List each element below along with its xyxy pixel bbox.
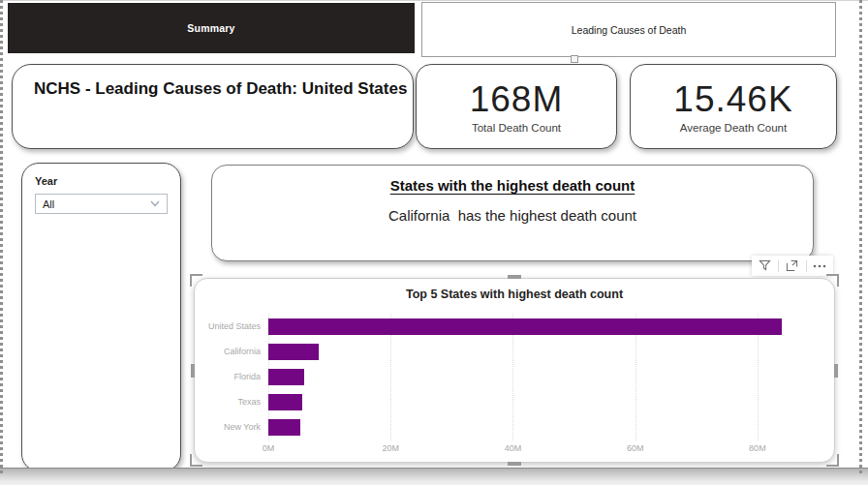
category-label: Florida bbox=[208, 372, 268, 381]
kpi-total-label: Total Death Count bbox=[472, 122, 561, 134]
selection-handle-bottom-right[interactable] bbox=[826, 454, 839, 467]
chart-row: Florida bbox=[208, 364, 819, 389]
selection-handle-top-right[interactable] bbox=[826, 274, 839, 287]
x-axis-tick-label: 20M bbox=[382, 443, 399, 453]
slicer-title: Year bbox=[35, 175, 168, 187]
selection-marquee-left bbox=[0, 0, 3, 476]
bar-chart-card[interactable]: Top 5 States with highest death count Un… bbox=[194, 278, 835, 463]
bar-track bbox=[268, 419, 819, 436]
more-options-icon[interactable] bbox=[811, 258, 828, 275]
chart-plot-area: United StatesCaliforniaFloridaTexasNew Y… bbox=[208, 314, 819, 459]
chart-title: Top 5 States with highest death count bbox=[195, 288, 834, 301]
kpi-total-death-count[interactable]: 168M Total Death Count bbox=[416, 64, 617, 149]
chart-row: United States bbox=[208, 314, 819, 339]
category-label: Texas bbox=[208, 397, 268, 407]
bar-track bbox=[268, 318, 819, 335]
chart-row: California bbox=[208, 339, 819, 364]
report-canvas: Summary Leading Causes of Death NCHS - L… bbox=[0, 0, 868, 485]
year-dropdown[interactable]: All bbox=[35, 194, 168, 214]
tab-leading-causes-of-death[interactable]: Leading Causes of Death bbox=[421, 2, 836, 57]
bar-track bbox=[268, 369, 819, 385]
tab-summary-label: Summary bbox=[187, 22, 234, 34]
toolbar-divider bbox=[778, 260, 779, 272]
bar-united-states[interactable] bbox=[268, 318, 782, 335]
bar-track bbox=[268, 394, 819, 410]
selection-handle-right-center[interactable] bbox=[834, 364, 838, 378]
tab-summary[interactable]: Summary bbox=[8, 3, 415, 53]
selection-handle-left-center[interactable] bbox=[191, 364, 195, 378]
insight-heading: States with the highest death count bbox=[212, 177, 813, 194]
tab-leading-causes-label: Leading Causes of Death bbox=[572, 24, 687, 36]
category-label: United States bbox=[208, 321, 268, 331]
selection-marquee-right bbox=[859, 0, 862, 476]
selection-handle-bottom-center[interactable] bbox=[508, 462, 521, 466]
bar-florida[interactable] bbox=[268, 369, 304, 385]
visual-options-toolbar bbox=[752, 256, 833, 276]
plot-rows: United StatesCaliforniaFloridaTexasNew Y… bbox=[208, 314, 819, 440]
chart-row: New York bbox=[208, 414, 819, 440]
kpi-average-label: Average Death Count bbox=[680, 122, 787, 134]
insight-body: California has the highest death count bbox=[212, 207, 813, 224]
selection-handle-top-center[interactable] bbox=[508, 275, 521, 279]
canvas-bottom-shadow bbox=[0, 468, 868, 485]
chevron-down-icon bbox=[150, 200, 160, 207]
tab-resize-handle[interactable] bbox=[571, 55, 578, 63]
category-label: California bbox=[208, 347, 268, 356]
focus-mode-icon[interactable] bbox=[784, 258, 801, 275]
selection-handle-bottom-left[interactable] bbox=[190, 454, 202, 467]
report-title-card[interactable]: NCHS - Leading Causes of Death: United S… bbox=[12, 64, 414, 149]
x-axis-tick-label: 0M bbox=[263, 443, 275, 453]
x-axis-tick-label: 40M bbox=[505, 443, 522, 453]
filter-icon[interactable] bbox=[757, 258, 774, 275]
x-axis-labels: 0M20M40M60M80M bbox=[268, 443, 819, 457]
selection-handle-top-left[interactable] bbox=[190, 274, 202, 287]
insight-text-card[interactable]: States with the highest death count Cali… bbox=[211, 165, 814, 261]
kpi-average-death-count[interactable]: 15.46K Average Death Count bbox=[630, 64, 837, 149]
year-dropdown-value: All bbox=[43, 198, 54, 210]
bar-chart-visual: Top 5 States with highest death count Un… bbox=[194, 278, 835, 463]
bar-california[interactable] bbox=[268, 344, 319, 360]
bar-track bbox=[268, 344, 819, 360]
category-label: New York bbox=[208, 422, 268, 432]
kpi-total-value: 168M bbox=[470, 80, 564, 119]
x-axis-tick-label: 80M bbox=[749, 443, 766, 453]
year-slicer[interactable]: Year All bbox=[21, 163, 181, 471]
bar-texas[interactable] bbox=[268, 394, 302, 410]
report-title: NCHS - Leading Causes of Death: United S… bbox=[34, 79, 413, 99]
kpi-average-value: 15.46K bbox=[673, 80, 792, 119]
toolbar-divider bbox=[806, 260, 807, 272]
canvas-top-edge bbox=[0, 0, 868, 1]
chart-row: Texas bbox=[208, 389, 819, 414]
bar-new-york[interactable] bbox=[268, 419, 300, 436]
x-axis-tick-label: 60M bbox=[627, 443, 644, 453]
